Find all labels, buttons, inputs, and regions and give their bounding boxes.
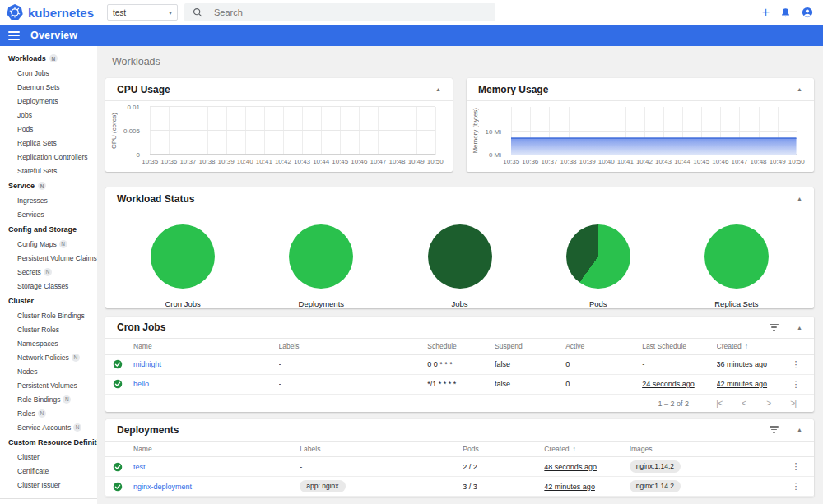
previous-page-button[interactable]: < xyxy=(732,399,756,408)
search-bar[interactable] xyxy=(184,3,495,21)
filter-icon[interactable] xyxy=(768,322,780,333)
sidebar-section-cluster[interactable]: Cluster xyxy=(0,293,97,308)
sidebar-item-nodes[interactable]: Nodes xyxy=(0,364,97,378)
kubernetes-logo[interactable]: kubernetes xyxy=(7,4,102,21)
pie-chart[interactable] xyxy=(289,224,353,289)
filter-icon[interactable] xyxy=(768,424,780,435)
sidebar-item-service-accounts[interactable]: Service AccountsN xyxy=(0,420,97,434)
notifications-button[interactable] xyxy=(780,7,791,18)
sidebar-item-config-maps[interactable]: Config MapsN xyxy=(0,237,97,251)
collapse-card-icon[interactable]: ▲ xyxy=(797,325,802,331)
next-page-button[interactable]: > xyxy=(756,399,781,408)
sidebar-item-cluster[interactable]: Cluster xyxy=(0,450,97,464)
column-header-name[interactable]: Name xyxy=(133,442,300,457)
column-header-name[interactable]: Name xyxy=(133,339,279,354)
collapse-card-icon[interactable]: ▲ xyxy=(797,86,802,92)
sidebar-item-storage-classes[interactable]: Storage Classes xyxy=(0,279,97,293)
search-input[interactable] xyxy=(212,7,487,18)
row-menu-button[interactable]: ⋮ xyxy=(781,379,811,390)
sidebar-item-label: Storage Classes xyxy=(17,282,68,290)
sidebar-section-config-and-storage[interactable]: Config and Storage xyxy=(0,221,97,237)
sidebar-section-label: Custom Resource Definitions xyxy=(8,438,97,446)
sidebar-item-namespaces[interactable]: Namespaces xyxy=(0,336,97,350)
sidebar-section-label: Cluster xyxy=(8,297,34,305)
user-menu-button[interactable] xyxy=(802,7,813,18)
pie-chart[interactable] xyxy=(428,224,492,289)
sidebar-item-replication-controllers[interactable]: Replication Controllers xyxy=(0,150,97,164)
sidebar-section-label: Workloads xyxy=(8,54,46,62)
first-page-button[interactable]: |< xyxy=(707,399,732,408)
menu-icon[interactable] xyxy=(8,31,20,40)
sidebar-item-persistent-volume-claims[interactable]: Persistent Volume ClaimsN xyxy=(0,251,97,265)
sidebar-item-jobs[interactable]: Jobs xyxy=(0,108,97,122)
sidebar-item-certificate[interactable]: Certificate xyxy=(0,464,97,478)
namespace-selector[interactable]: test ▾ xyxy=(107,4,178,21)
resource-link[interactable]: test xyxy=(133,463,146,471)
sidebar-item-roles[interactable]: RolesN xyxy=(0,406,97,420)
gridline xyxy=(226,107,227,155)
label-chip: app: nginx xyxy=(300,480,345,492)
row-menu-button[interactable]: ⋮ xyxy=(781,461,811,472)
y-tick-label: 0 xyxy=(137,151,140,159)
create-resource-button[interactable]: + xyxy=(762,6,770,19)
chart-plot-area xyxy=(505,107,802,155)
column-header-label: Name xyxy=(133,445,152,453)
sidebar-item-pods[interactable]: Pods xyxy=(0,122,97,136)
sidebar-item-cluster-issuer[interactable]: Cluster Issuer xyxy=(0,478,97,492)
sidebar-item-replica-sets[interactable]: Replica Sets xyxy=(0,136,97,150)
column-header-labels[interactable]: Labels xyxy=(279,339,428,354)
column-header-active[interactable]: Active xyxy=(565,339,642,354)
table-cell: 0 xyxy=(565,354,642,374)
table-cell: ⋮ xyxy=(781,457,814,477)
column-header-suspend[interactable]: Suspend xyxy=(495,339,565,354)
data-table: NameLabelsScheduleSuspendActiveLast Sche… xyxy=(105,339,814,395)
x-tick-label: 10:45 xyxy=(693,158,709,165)
last-page-button[interactable]: >| xyxy=(781,399,806,408)
sidebar-item-ingresses[interactable]: Ingresses xyxy=(0,193,97,207)
collapse-card-icon[interactable]: ▲ xyxy=(797,427,802,432)
column-header-label: Images xyxy=(630,445,653,453)
collapse-card-icon[interactable]: ▲ xyxy=(797,196,802,201)
sidebar-item-daemon-sets[interactable]: Daemon Sets xyxy=(0,80,97,94)
row-menu-button[interactable]: ⋮ xyxy=(781,359,811,370)
logo-text: kubernetes xyxy=(28,6,94,20)
column-header-images[interactable]: Images xyxy=(630,442,781,457)
gridline xyxy=(321,107,322,155)
column-header-schedule[interactable]: Schedule xyxy=(427,339,495,354)
sidebar-item-cluster-role-bindings[interactable]: Cluster Role Bindings xyxy=(0,308,97,322)
column-header-created[interactable]: Created↑ xyxy=(544,442,629,457)
sidebar-item-deployments[interactable]: Deployments xyxy=(0,94,97,108)
sidebar-item-cluster-roles[interactable]: Cluster Roles xyxy=(0,322,97,336)
sidebar-section-workloads[interactable]: WorkloadsN xyxy=(0,50,97,66)
column-header-pods[interactable]: Pods xyxy=(463,442,544,457)
sidebar-section-service[interactable]: ServiceN xyxy=(0,178,97,193)
sidebar-item-label: Roles xyxy=(17,409,35,418)
column-header-created[interactable]: Created↑ xyxy=(717,339,781,354)
sidebar-item-stateful-sets[interactable]: Stateful Sets xyxy=(0,164,97,178)
resource-link[interactable]: nginx-deployment xyxy=(133,483,192,491)
gridline xyxy=(207,107,208,155)
relative-time: 42 minutes ago xyxy=(717,380,768,388)
row-menu-button[interactable]: ⋮ xyxy=(781,481,811,492)
sidebar-item-services[interactable]: Services xyxy=(0,207,97,221)
table-cell: ⋮ xyxy=(781,477,814,497)
gridline xyxy=(340,107,341,155)
column-header-last-schedule[interactable]: Last Schedule xyxy=(642,339,716,354)
pie-chart[interactable] xyxy=(704,224,769,289)
sidebar-item-role-bindings[interactable]: Role BindingsN xyxy=(0,392,97,406)
column-header-empty xyxy=(781,339,814,354)
gridline xyxy=(150,130,435,131)
pie-chart[interactable] xyxy=(566,224,630,289)
pie-chart[interactable] xyxy=(151,224,215,289)
resource-link[interactable]: hello xyxy=(133,380,149,388)
sidebar-item-network-policies[interactable]: Network PoliciesN xyxy=(0,350,97,364)
column-header-labels[interactable]: Labels xyxy=(300,442,463,457)
resource-link[interactable]: midnight xyxy=(133,360,161,368)
sidebar-item-cron-jobs[interactable]: Cron Jobs xyxy=(0,66,97,80)
sidebar-item-secrets[interactable]: SecretsN xyxy=(0,265,97,279)
sidebar-section-custom-resource-definitions[interactable]: Custom Resource Definitions xyxy=(0,434,97,450)
status-cell xyxy=(105,354,133,374)
sidebar-item-persistent-volumes[interactable]: Persistent Volumes xyxy=(0,378,97,392)
sidebar-item-label: Config Maps xyxy=(17,240,57,248)
collapse-card-icon[interactable]: ▲ xyxy=(435,86,441,92)
